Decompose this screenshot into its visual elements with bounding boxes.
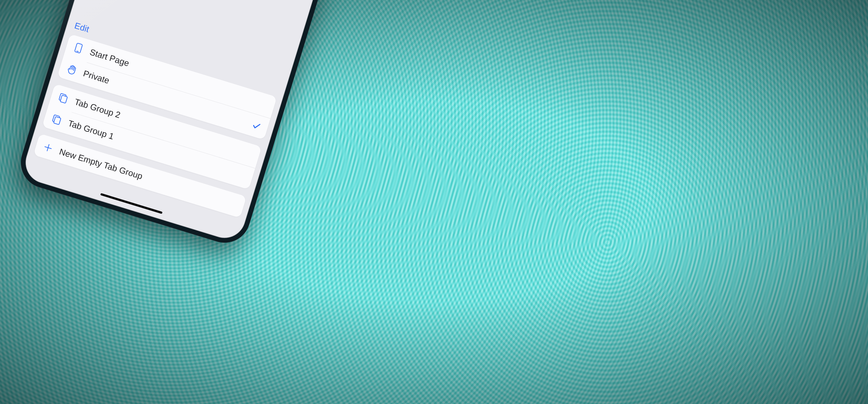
svg-line-1 — [77, 51, 79, 52]
svg-rect-5 — [54, 116, 61, 125]
phone-frame: Edit Start Page — [14, 0, 327, 249]
tabs-icon — [56, 91, 70, 105]
tabs-icon — [50, 112, 64, 126]
tab-groups-sheet: Edit Start Page — [21, 11, 289, 243]
svg-rect-3 — [60, 95, 67, 103]
phone-screen: Edit Start Page — [21, 0, 320, 243]
phone-icon — [71, 41, 86, 55]
hand-icon — [65, 63, 79, 76]
plus-icon — [41, 141, 55, 155]
